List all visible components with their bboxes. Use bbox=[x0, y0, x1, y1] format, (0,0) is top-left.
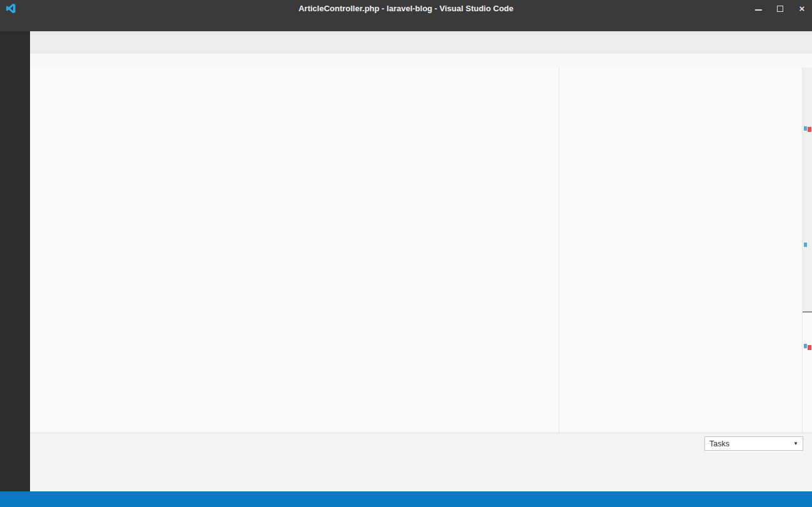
overview-mark-modified bbox=[804, 344, 807, 348]
overview-mark-modified bbox=[804, 126, 807, 131]
output-channel-select[interactable]: Tasks ▼ bbox=[704, 436, 803, 451]
activity-bar bbox=[0, 31, 30, 491]
window-title: ArticleController.php - laravel-blog - V… bbox=[0, 4, 812, 13]
overview-mark-error bbox=[808, 127, 811, 132]
breadcrumb bbox=[30, 54, 812, 68]
code-editor[interactable] bbox=[30, 68, 812, 433]
scrollbar-thumb[interactable] bbox=[803, 68, 812, 313]
maximize-button[interactable] bbox=[777, 6, 783, 12]
minimize-button[interactable] bbox=[755, 6, 762, 11]
titlebar: ArticleController.php - laravel-blog - V… bbox=[0, 0, 812, 31]
tab-bar bbox=[30, 31, 812, 54]
overview-mark-modified bbox=[804, 243, 807, 247]
column-ruler bbox=[559, 68, 559, 433]
overview-mark-error bbox=[808, 345, 811, 350]
editor-group bbox=[30, 31, 812, 433]
close-button[interactable]: × bbox=[798, 5, 806, 13]
overview-ruler bbox=[802, 68, 812, 433]
vscode-logo-icon bbox=[6, 3, 16, 14]
output-channel-value: Tasks bbox=[709, 439, 729, 448]
chevron-down-icon: ▼ bbox=[793, 441, 798, 446]
bottom-panel: Tasks ▼ bbox=[30, 433, 812, 491]
vscode-window: ArticleController.php - laravel-blog - V… bbox=[0, 0, 812, 507]
status-bar bbox=[0, 491, 812, 507]
menubar bbox=[0, 17, 812, 31]
